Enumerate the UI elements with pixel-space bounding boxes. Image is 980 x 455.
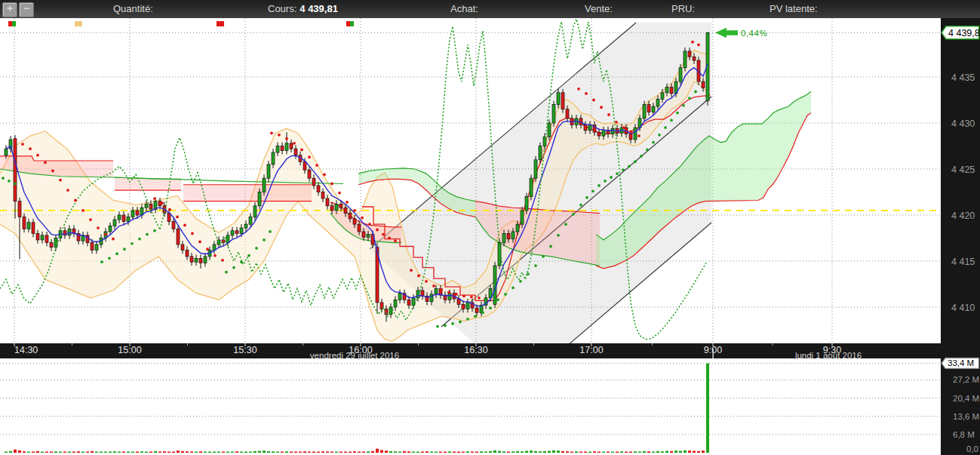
- svg-text:33,4 M: 33,4 M: [948, 358, 974, 367]
- svg-text:17:00: 17:00: [579, 345, 603, 355]
- day-separator: [713, 349, 714, 358]
- zoom-out-button[interactable]: −: [19, 2, 34, 17]
- svg-text:4 430: 4 430: [951, 118, 975, 129]
- legend-swatch-2: [217, 21, 224, 26]
- svg-text:4 439,81: 4 439,81: [948, 28, 980, 38]
- svg-text:6,8 M: 6,8 M: [953, 430, 975, 439]
- svg-text:27,2 M: 27,2 M: [953, 375, 979, 384]
- legend-swatch-3: [346, 21, 354, 26]
- svg-text:4 435: 4 435: [951, 72, 975, 83]
- svg-text:0,0: 0,0: [966, 444, 978, 453]
- svg-text:15:30: 15:30: [233, 345, 257, 355]
- toolbar-field-pru: PRU:: [671, 3, 698, 14]
- svg-text:0,44%: 0,44%: [741, 29, 767, 38]
- top-toolbar: + − Quantité:Cours:4 439,81Achat:Vente:P…: [0, 0, 980, 18]
- zoom-in-button[interactable]: +: [2, 2, 17, 17]
- toolbar-field-cours: Cours:4 439,81: [268, 3, 338, 14]
- svg-text:lundi 1 août 2016: lundi 1 août 2016: [795, 351, 862, 360]
- svg-text:13,6 M: 13,6 M: [953, 412, 979, 421]
- svg-text:4 420: 4 420: [951, 211, 975, 221]
- toolbar-field-achat: Achat:: [450, 3, 481, 14]
- trading-application: + − Quantité:Cours:4 439,81Achat:Vente:P…: [0, 0, 980, 455]
- svg-text:15:00: 15:00: [118, 345, 141, 355]
- svg-text:16:30: 16:30: [464, 345, 487, 355]
- toolbar-field-vente: Vente:: [585, 3, 616, 14]
- legend-swatch-1: [75, 21, 82, 26]
- svg-text:14:30: 14:30: [14, 345, 38, 355]
- price-chart-canvas[interactable]: 0,44%4 4354 4304 4254 4204 4154 4104 439…: [0, 18, 980, 455]
- svg-text:vendredi 29 juillet 2016: vendredi 29 juillet 2016: [310, 351, 399, 360]
- svg-text:4 425: 4 425: [951, 164, 975, 175]
- svg-text:4 410: 4 410: [951, 303, 975, 313]
- toolbar-field-quantit: Quantité:: [113, 3, 156, 14]
- svg-text:4 415: 4 415: [951, 257, 975, 267]
- toolbar-field-pvlatente: PV latente:: [770, 3, 821, 14]
- svg-text:20,4 M: 20,4 M: [953, 394, 979, 403]
- legend-swatch-0: [8, 21, 16, 26]
